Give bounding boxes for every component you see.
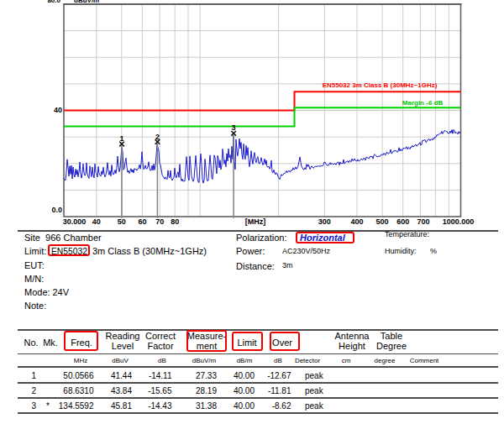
svg-text:600: 600 <box>396 217 409 226</box>
svg-text:0.0: 0.0 <box>51 206 62 214</box>
svg-text:80.0: 80.0 <box>47 0 60 4</box>
svg-text:1: 1 <box>119 134 123 143</box>
svg-text:700: 700 <box>417 217 429 226</box>
svg-text:500: 500 <box>376 217 389 226</box>
svg-text:40: 40 <box>54 106 62 114</box>
svg-text:400: 400 <box>350 217 363 226</box>
svg-text:40: 40 <box>92 217 101 226</box>
svg-text:80: 80 <box>171 217 179 226</box>
svg-text:70: 70 <box>155 217 164 226</box>
svg-text:60: 60 <box>138 217 146 226</box>
svg-text:30.000: 30.000 <box>63 217 87 226</box>
svg-text:1000.000: 1000.000 <box>443 217 475 226</box>
svg-text:50: 50 <box>118 217 126 226</box>
svg-text:2: 2 <box>155 133 160 141</box>
svg-text:dBuV/m: dBuV/m <box>74 0 99 4</box>
svg-text:3: 3 <box>232 123 236 132</box>
svg-text:Margin -6 dB: Margin -6 dB <box>402 99 444 107</box>
svg-text:[MHz]: [MHz] <box>245 217 266 226</box>
svg-text:300: 300 <box>318 217 331 226</box>
svg-text:EN55032 3m Class B (30MHz~1GHz: EN55032 3m Class B (30MHz~1GHz) <box>323 81 438 89</box>
